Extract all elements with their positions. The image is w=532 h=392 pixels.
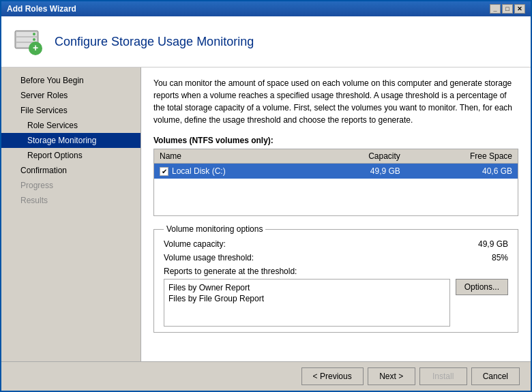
reports-label: Reports to generate at the threshold: xyxy=(164,267,508,276)
title-bar: Add Roles Wizard _ □ ✕ xyxy=(1,1,531,16)
window-controls: _ □ ✕ xyxy=(490,4,525,14)
main-content-panel: You can monitor the amount of space used… xyxy=(141,67,531,361)
capacity-value: 49,9 GB xyxy=(478,239,508,249)
volume-name: Local Disk (C:) xyxy=(172,166,226,176)
volume-checkbox[interactable]: ✔ xyxy=(160,167,168,176)
sidebar-item-report-options[interactable]: Report Options xyxy=(1,148,141,163)
minimize-button[interactable]: _ xyxy=(490,4,501,14)
sidebar-item-results: Results xyxy=(1,193,141,208)
threshold-label: Volume usage threshold: xyxy=(164,253,254,262)
close-button[interactable]: ✕ xyxy=(514,4,525,14)
volume-options-legend: Volume monitoring options xyxy=(164,224,265,234)
install-button: Install xyxy=(419,367,467,385)
sidebar-item-storage-monitoring[interactable]: Storage Monitoring xyxy=(1,133,141,148)
maximize-button[interactable]: □ xyxy=(502,4,513,14)
content-area: Before You Begin Server Roles File Servi… xyxy=(1,67,531,361)
sidebar-item-confirmation[interactable]: Confirmation xyxy=(1,163,141,178)
options-button[interactable]: Options... xyxy=(456,279,508,295)
col-free-space: Free Space xyxy=(406,149,518,164)
main-window: Add Roles Wizard _ □ ✕ + Configure Stora… xyxy=(0,0,532,392)
sidebar-item-server-roles[interactable]: Server Roles xyxy=(1,88,141,103)
table-row[interactable]: ✔ Local Disk (C:) 49,9 GB 40,6 GB xyxy=(154,164,518,179)
sidebar: Before You Begin Server Roles File Servi… xyxy=(1,67,141,361)
volumes-label: Volumes (NTFS volumes only): xyxy=(153,136,518,145)
capacity-row: Volume capacity: 49,9 GB xyxy=(164,239,508,249)
description-text: You can monitor the amount of space used… xyxy=(153,77,518,126)
sidebar-item-before-you-begin[interactable]: Before You Begin xyxy=(1,73,141,88)
wizard-header: + Configure Storage Usage Monitoring xyxy=(1,16,531,67)
svg-point-4 xyxy=(33,33,35,35)
empty-row-2 xyxy=(154,191,518,203)
cancel-button[interactable]: Cancel xyxy=(471,367,520,385)
report-item-2: Files by File Group Report xyxy=(167,293,447,304)
header-icon: + xyxy=(12,25,45,58)
empty-row-3 xyxy=(154,203,518,215)
reports-list-box: Files by Owner Report Files by File Grou… xyxy=(164,279,450,327)
col-name: Name xyxy=(154,149,316,164)
volumes-table: Name Capacity Free Space ✔ xyxy=(154,149,518,215)
col-capacity: Capacity xyxy=(316,149,406,164)
svg-point-5 xyxy=(33,38,35,41)
volume-name-cell: ✔ Local Disk (C:) xyxy=(154,164,316,179)
reports-section: Reports to generate at the threshold: Fi… xyxy=(164,267,508,327)
sidebar-item-progress: Progress xyxy=(1,178,141,193)
volume-free-space-cell: 40,6 GB xyxy=(406,164,518,179)
threshold-row: Volume usage threshold: 85% xyxy=(164,253,508,262)
wizard-footer: < Previous Next > Install Cancel xyxy=(1,361,531,391)
check-icon: ✔ xyxy=(162,168,167,175)
sidebar-item-file-services[interactable]: File Services xyxy=(1,103,141,118)
report-item-1: Files by Owner Report xyxy=(167,282,447,293)
page-title: Configure Storage Usage Monitoring xyxy=(55,35,254,49)
previous-button[interactable]: < Previous xyxy=(301,367,364,385)
reports-box-area: Files by Owner Report Files by File Grou… xyxy=(164,279,508,327)
volume-capacity-cell: 49,9 GB xyxy=(316,164,406,179)
sidebar-item-role-services[interactable]: Role Services xyxy=(1,118,141,133)
empty-row-1 xyxy=(154,179,518,191)
window-title: Add Roles Wizard xyxy=(7,4,76,14)
threshold-value: 85% xyxy=(492,253,508,262)
volume-options-group: Volume monitoring options Volume capacit… xyxy=(153,224,518,333)
svg-text:+: + xyxy=(33,42,38,53)
volumes-table-container: Name Capacity Free Space ✔ xyxy=(153,149,518,216)
capacity-label: Volume capacity: xyxy=(164,239,226,249)
next-button[interactable]: Next > xyxy=(368,367,415,385)
